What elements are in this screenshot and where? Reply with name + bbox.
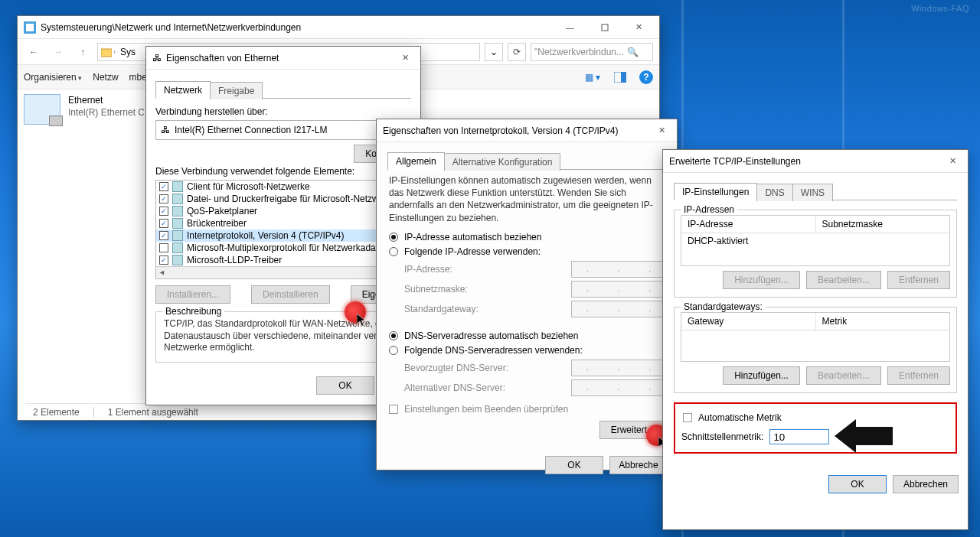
ip-addresses-group-label: IP-Adressen [681,204,737,215]
auto-metric-checkbox[interactable]: Automatische Metrik [683,412,948,423]
checkbox[interactable]: ✓ [159,255,168,265]
checkbox[interactable]: ✓ [159,182,168,191]
list-item[interactable]: ✓Microsoft-Multiplexorprotokoll für Netz… [156,242,410,254]
description-label: Beschreibung [162,306,224,317]
list-item[interactable]: ✓Datei- und Druckerfreigabe für Microsof… [156,193,410,205]
list-item-label: Microsoft-LLDP-Treiber [187,255,282,265]
radio-label: Folgende DNS-Serveradressen verwenden: [404,345,583,356]
interface-metric-label: Schnittstellenmetrik: [681,431,763,442]
status-count: 2 Elemente [33,407,80,418]
tab-netzwerk[interactable]: Netzwerk [155,81,211,99]
radio-icon [389,247,398,256]
horizontal-scrollbar[interactable]: ◄► [156,266,410,278]
checkbox[interactable]: ✓ [159,219,168,228]
component-icon [172,242,183,253]
watermark: Windows-FAQ [911,4,969,13]
control-panel-icon [24,21,36,34]
table-row[interactable]: DHCP-aktiviert [681,233,949,249]
ok-button[interactable]: OK [545,456,603,474]
radio-ip-manual[interactable]: Folgende IP-Adresse verwenden: [389,246,665,257]
radio-label: Folgende IP-Adresse verwenden: [404,246,541,257]
radio-icon [389,331,398,340]
list-item[interactable]: ✓QoS-Paketplaner [156,205,410,217]
close-button[interactable]: ✕ [940,151,965,172]
remove-button[interactable]: Entfernen [887,271,950,289]
validate-on-exit[interactable]: Einstellungen beim Beenden überprüfen [389,404,665,415]
status-selection: 1 Element ausgewählt [108,407,198,418]
list-item[interactable]: ✓Client für Microsoft-Netzwerke [156,181,410,193]
cancel-button[interactable]: Abbrechen [893,475,959,493]
dns2-input: ... [571,379,666,396]
svg-rect-2 [602,24,608,31]
ip-addresses-table[interactable]: IP-Adresse Subnetzmaske DHCP-aktiviert [681,215,950,266]
interface-metric-input[interactable] [769,429,829,444]
nic-icon: 🖧 [161,125,170,135]
preview-pane-icon[interactable] [612,69,629,86]
remove-button[interactable]: Entfernen [887,366,950,385]
toolbar-item[interactable]: Netzw [93,72,118,83]
edit-button[interactable]: Bearbeiten... [806,271,881,289]
ip-input: ... [571,261,666,278]
checkbox[interactable]: ✓ [159,194,168,203]
cancel-button[interactable]: Abbreche [609,456,668,474]
nav-up-button[interactable]: ↑ [73,42,93,62]
radio-dns-auto[interactable]: DNS-Serveradresse automatisch beziehen [389,330,665,341]
dropdown-button[interactable]: ⌄ [485,43,503,61]
close-button[interactable]: ✕ [622,17,656,38]
dhcp-label: DHCP-aktiviert [688,236,748,246]
checkbox[interactable] [683,413,692,422]
radio-dns-manual[interactable]: Folgende DNS-Serveradressen verwenden: [389,345,665,356]
components-listbox[interactable]: ✓Client für Microsoft-Netzwerke ✓Datei- … [155,180,411,279]
radio-label: IP-Adresse automatisch beziehen [404,232,541,242]
component-icon [172,206,183,216]
window-title: Systemsteuerung\Netzwerk und Internet\Ne… [41,22,553,33]
list-item-selected[interactable]: ✓Internetprotokoll, Version 4 (TCP/IPv4) [156,229,410,242]
checkbox[interactable]: ✓ [159,207,168,216]
list-item[interactable]: ✓Brückentreiber [156,217,410,229]
close-button[interactable]: ✕ [393,47,417,69]
col-metric[interactable]: Metrik [816,313,950,330]
view-icon[interactable]: ▦ ▾ [584,69,601,86]
scroll-left-icon[interactable]: ◄ [156,268,168,276]
col-gateway[interactable]: Gateway [681,313,816,330]
tab-allgemein[interactable]: Allgemein [387,152,445,170]
list-item[interactable]: ✓Microsoft-LLDP-Treiber [156,254,410,266]
ok-button[interactable]: OK [316,376,374,395]
radio-label: DNS-Serveradresse automatisch beziehen [404,330,578,341]
tab-wins[interactable]: WINS [792,184,833,201]
nav-forward-button[interactable]: → [48,42,68,62]
ok-button[interactable]: OK [828,475,887,493]
breadcrumb-segment[interactable]: Sys [117,47,139,57]
close-button[interactable]: ✕ [649,120,674,142]
svg-rect-3 [101,49,112,57]
add-button[interactable]: Hinzufügen... [723,271,800,289]
gateways-table[interactable]: Gateway Metrik [681,312,950,362]
add-button[interactable]: Hinzufügen... [723,366,800,385]
elements-label: Diese Verbindung verwendet folgende Elem… [155,166,411,177]
col-mask[interactable]: Subnetzmaske [816,216,950,233]
refresh-button[interactable]: ⟳ [508,43,526,61]
edit-button[interactable]: Bearbeiten... [806,366,881,385]
tab-alternative[interactable]: Alternative Konfiguration [444,153,561,171]
checkbox[interactable]: ✓ [159,243,168,252]
install-button[interactable]: Installieren... [155,285,230,304]
gateway-input: ... [571,301,666,317]
col-ip[interactable]: IP-Adresse [681,216,816,233]
ip-label: IP-Adresse: [404,264,452,275]
checkbox[interactable] [389,405,398,414]
organize-menu[interactable]: Organisieren [24,72,82,83]
dns1-input: ... [571,360,666,376]
search-input[interactable]: "Netzwerkverbindun... 🔍 [531,43,653,61]
uninstall-button[interactable]: Deinstallieren [251,285,330,304]
radio-ip-auto[interactable]: IP-Adresse automatisch beziehen [389,232,665,242]
tab-dns[interactable]: DNS [756,184,792,201]
checkbox[interactable]: ✓ [159,231,168,240]
dialog-title: Eigenschaften von Internetprotokoll, Ver… [383,125,649,136]
tab-ip-einstellungen[interactable]: IP-Einstellungen [674,183,757,200]
nav-back-button[interactable]: ← [24,42,44,62]
tab-freigabe[interactable]: Freigabe [210,82,263,99]
maximize-button[interactable] [587,17,622,38]
help-icon[interactable]: ? [639,70,653,84]
minimize-button[interactable]: — [553,17,587,38]
component-icon [172,194,183,204]
